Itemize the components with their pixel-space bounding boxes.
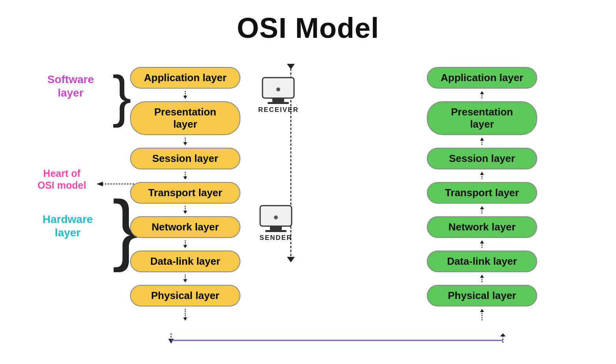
svg-marker-1 [183,96,187,99]
right-stack: Application layer Presentation layer Ses… [427,67,537,321]
arrow-phys-bottom-left [181,309,189,321]
left-session-layer: Session layer [130,148,240,169]
right-presentation-layer: Presentation layer [427,101,537,135]
left-network-layer: Network layer [130,216,240,238]
sender-monitor-icon [258,205,294,233]
svg-marker-5 [183,176,187,180]
hardware-layer-label: Hardwarelayer [43,213,93,239]
svg-rect-22 [265,230,287,232]
receiver-computer: RECEIVER [258,77,299,114]
left-presentation-layer: Presentation layer [130,101,240,135]
right-network-layer: Network layer [427,216,537,238]
svg-marker-18 [287,257,295,262]
svg-marker-13 [183,318,187,321]
arrow-bottom-phys-right [478,309,486,321]
left-transport-layer: Transport layer [130,182,240,204]
arrow-pres-ses-left [181,137,189,145]
arrow-app-pres-left [181,91,189,99]
svg-point-20 [274,215,278,219]
arrow-trans-net-left [181,206,189,214]
software-layer-label: Softwarelayer [47,73,94,99]
right-session-layer: Session layer [427,148,537,169]
brace-software: } [112,68,131,125]
svg-marker-42 [168,339,174,344]
svg-point-24 [276,87,280,91]
svg-marker-16 [287,64,295,69]
left-datalink-layer: Data-link layer [130,251,240,272]
right-physical-layer: Physical layer [427,285,537,306]
svg-marker-15 [97,182,103,186]
svg-rect-25 [272,98,284,102]
right-transport-layer: Transport layer [427,182,537,204]
arrow-app-pres-right [478,91,486,99]
svg-marker-11 [183,279,187,282]
arrow-ses-trans-right [478,172,486,180]
heart-label: Heart ofOSI model [37,167,86,191]
left-application-layer: Application layer [130,67,240,89]
arrow-pres-ses-right [478,137,486,145]
arrow-net-dl-left [181,240,189,248]
left-stack: Application layer Presentation layer Ses… [130,67,240,321]
sender-label: SENDER [260,234,292,242]
arrow-dl-phys-right [478,275,486,282]
arrow-net-dl-right [478,240,486,248]
svg-marker-3 [183,142,187,145]
bottom-connection-line [150,333,524,347]
arrow-dl-phys-left [181,275,189,282]
right-application-layer: Application layer [427,67,537,89]
diagram-area: Softwarelayer Heart ofOSI model Hardware… [0,55,616,364]
svg-rect-21 [270,226,282,230]
receiver-label: RECEIVER [258,106,299,114]
left-physical-layer: Physical layer [130,285,240,306]
page-title: OSI Model [0,0,616,44]
arrow-trans-net-right [478,206,486,214]
svg-marker-9 [183,245,187,248]
right-datalink-layer: Data-link layer [427,251,537,272]
arrow-ses-trans-left [181,172,189,180]
svg-rect-26 [268,102,289,104]
svg-marker-7 [183,211,187,214]
sender-computer: SENDER [258,205,294,242]
receiver-monitor-icon [261,77,296,105]
heart-arrow-svg [97,179,136,189]
